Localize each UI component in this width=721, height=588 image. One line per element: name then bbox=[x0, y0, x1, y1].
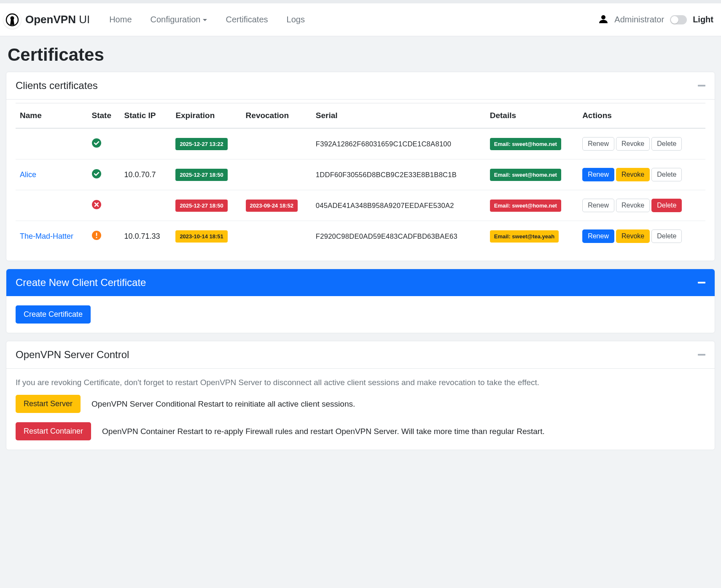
minus-icon[interactable] bbox=[698, 282, 705, 283]
details-badge: Email: sweet@home.net bbox=[490, 200, 561, 212]
static-ip bbox=[120, 128, 172, 159]
control-card-header: OpenVPN Server Control bbox=[6, 341, 715, 369]
delete-button[interactable]: Delete bbox=[651, 199, 682, 212]
theme-label: Light bbox=[693, 15, 713, 24]
renew-button[interactable]: Renew bbox=[582, 137, 614, 151]
svg-rect-7 bbox=[96, 232, 97, 236]
control-card: OpenVPN Server Control If you are revoki… bbox=[6, 341, 715, 450]
nav-home[interactable]: Home bbox=[100, 11, 141, 29]
create-certificate-button[interactable]: Create Certificate bbox=[16, 305, 91, 324]
restart-container-button[interactable]: Restart Container bbox=[16, 422, 91, 440]
check-circle-icon bbox=[91, 169, 102, 179]
details-badge: Email: sweet@tea.yeah bbox=[490, 230, 559, 243]
control-note: If you are revoking Certificate, don't f… bbox=[16, 378, 705, 387]
brand-text: OpenVPN UI bbox=[25, 13, 90, 26]
revoke-button[interactable]: Revoke bbox=[616, 199, 650, 212]
delete-button[interactable]: Delete bbox=[651, 137, 682, 151]
delete-button[interactable]: Delete bbox=[651, 229, 682, 243]
control-card-title: OpenVPN Server Control bbox=[16, 349, 129, 361]
serial: F2920C98DE0AD59E483CADFBD63BAE63 bbox=[312, 221, 486, 252]
renew-button[interactable]: Renew bbox=[582, 229, 614, 243]
expiration-badge: 2025-12-27 18:50 bbox=[175, 169, 227, 181]
svg-point-8 bbox=[96, 237, 97, 238]
static-ip bbox=[120, 190, 172, 221]
user-icon[interactable] bbox=[598, 14, 608, 26]
col-details: Details bbox=[486, 103, 578, 129]
create-card-header: Create New Client Certificate bbox=[6, 269, 715, 296]
serial: 1DDF60F30556D8BCB9C2E33E8B1B8C1B bbox=[312, 159, 486, 190]
create-card: Create New Client Certificate Create Cer… bbox=[6, 269, 715, 333]
expiration-badge: 2023-10-14 18:51 bbox=[175, 230, 227, 243]
details-badge: Email: sweet@home.net bbox=[490, 169, 561, 181]
create-card-title: Create New Client Certificate bbox=[16, 277, 146, 289]
minus-icon[interactable] bbox=[698, 354, 705, 356]
details-badge: Email: sweet@home.net bbox=[490, 138, 561, 150]
brand[interactable]: OpenVPN UI bbox=[3, 11, 100, 29]
expiration-badge: 2025-12-27 13:22 bbox=[175, 138, 227, 150]
serial: F392A12862F68031659C1CDE1C8A8100 bbox=[312, 128, 486, 159]
restart-server-button[interactable]: Restart Server bbox=[16, 395, 81, 413]
clients-card-title: Clients certificates bbox=[16, 80, 98, 92]
col-serial: Serial bbox=[312, 103, 486, 129]
delete-button[interactable]: Delete bbox=[651, 168, 682, 181]
col-actions: Actions bbox=[578, 103, 705, 129]
table-row: Alice10.0.70.72025-12-27 18:501DDF60F305… bbox=[16, 159, 705, 190]
serial: 045ADE41A348B958A9207EEDAFE530A2 bbox=[312, 190, 486, 221]
svg-point-2 bbox=[601, 15, 605, 19]
svg-point-4 bbox=[92, 169, 101, 178]
svg-point-3 bbox=[92, 138, 101, 148]
navbar: OpenVPN UI Home Configuration Certificat… bbox=[0, 3, 721, 36]
table-row: The-Mad-Hatter10.0.71.332023-10-14 18:51… bbox=[16, 221, 705, 252]
theme-toggle[interactable] bbox=[670, 15, 687, 24]
table-row: 2025-12-27 18:502023-09-24 18:52045ADE41… bbox=[16, 190, 705, 221]
expiration-badge: 2025-12-27 18:50 bbox=[175, 200, 227, 212]
renew-button[interactable]: Renew bbox=[582, 199, 614, 212]
col-state: State bbox=[87, 103, 120, 129]
openvpn-logo-icon bbox=[3, 11, 21, 29]
client-name[interactable]: The-Mad-Hatter bbox=[20, 232, 73, 240]
col-revocation: Revocation bbox=[242, 103, 312, 129]
restart-server-desc: OpenVPN Server Conditional Restart to re… bbox=[91, 399, 355, 409]
col-static-ip: Static IP bbox=[120, 103, 172, 129]
restart-container-desc: OpenVPN Container Restart to re-apply Fi… bbox=[102, 427, 545, 436]
revoke-button[interactable]: Revoke bbox=[616, 137, 650, 151]
page-title: Certificates bbox=[8, 45, 715, 65]
col-expiration: Expiration bbox=[171, 103, 241, 129]
x-circle-icon bbox=[91, 200, 102, 210]
user-name[interactable]: Administrator bbox=[614, 15, 664, 24]
clients-card-header: Clients certificates bbox=[6, 72, 715, 100]
clients-table: NameStateStatic IPExpirationRevocationSe… bbox=[16, 103, 705, 251]
revoke-button[interactable]: Revoke bbox=[616, 229, 650, 243]
static-ip: 10.0.70.7 bbox=[120, 159, 172, 190]
clients-card: Clients certificates NameStateStatic IPE… bbox=[6, 72, 715, 261]
renew-button[interactable]: Renew bbox=[582, 168, 614, 181]
exclamation-circle-icon bbox=[91, 230, 102, 240]
check-circle-icon bbox=[91, 138, 102, 148]
nav-certificates[interactable]: Certificates bbox=[216, 11, 277, 29]
client-name[interactable]: Alice bbox=[20, 170, 36, 179]
nav-configuration[interactable]: Configuration bbox=[141, 11, 217, 29]
revoke-button[interactable]: Revoke bbox=[616, 168, 650, 181]
revocation-badge: 2023-09-24 18:52 bbox=[246, 200, 298, 212]
col-name: Name bbox=[16, 103, 87, 129]
table-row: 2025-12-27 13:22F392A12862F68031659C1CDE… bbox=[16, 128, 705, 159]
nav-logs[interactable]: Logs bbox=[277, 11, 314, 29]
minus-icon[interactable] bbox=[698, 85, 705, 86]
static-ip: 10.0.71.33 bbox=[120, 221, 172, 252]
